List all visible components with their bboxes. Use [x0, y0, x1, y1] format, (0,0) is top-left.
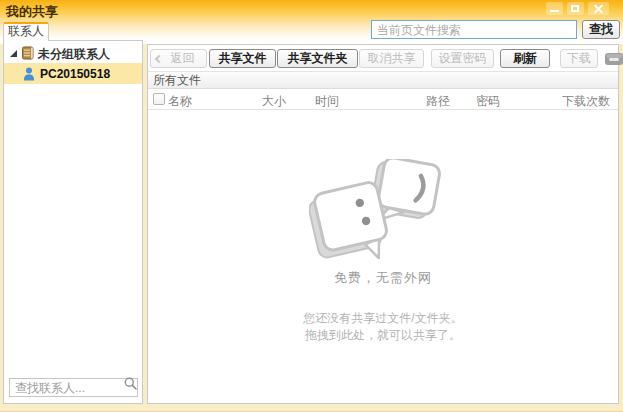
expand-arrow-icon[interactable] [10, 50, 17, 57]
find-button[interactable]: 查找 [582, 20, 620, 39]
share-folder-button[interactable]: 共享文件夹 [277, 49, 358, 68]
minimize-icon [550, 10, 559, 12]
column-header-time[interactable]: 时间 [315, 93, 339, 110]
select-all-checkbox[interactable] [153, 93, 165, 105]
contacts-sidebar: 未分组联系人 PC20150518 [3, 40, 143, 404]
column-header-password[interactable]: 密码 [476, 93, 500, 110]
share-file-button[interactable]: 共享文件 [209, 49, 276, 68]
column-header-name[interactable]: 名称 [168, 93, 192, 110]
close-button[interactable] [588, 2, 609, 15]
chevron-left-icon [155, 55, 163, 63]
back-button[interactable]: 返回 [150, 49, 207, 68]
set-password-button[interactable]: 设置密码 [431, 49, 494, 68]
tab-contacts[interactable]: 联系人 [3, 22, 49, 41]
breadcrumb: 所有文件 [148, 71, 618, 89]
column-header-size[interactable]: 大小 [262, 93, 286, 110]
file-search-input[interactable] [371, 20, 577, 39]
tree-item-label: 未分组联系人 [38, 46, 110, 63]
tree-item-pc20150518[interactable]: PC20150518 [4, 63, 142, 84]
contact-search-input[interactable] [9, 378, 138, 397]
column-header-path[interactable]: 路径 [426, 93, 450, 110]
cancel-share-button[interactable]: 取消共享 [359, 49, 424, 68]
tree-item-ungrouped-contacts[interactable]: 未分组联系人 [4, 43, 142, 63]
tree-item-label: PC20150518 [40, 67, 110, 81]
empty-state-illustration [309, 159, 459, 273]
app-window: 我的共享 查找 联系人 未分组联系人 [0, 0, 623, 412]
file-table-header: 名称 大小 时间 路径 密码 下载次数 [148, 89, 618, 110]
maximize-icon [571, 5, 579, 12]
empty-state-hint-line2: 拖拽到此处，就可以共享了。 [148, 327, 618, 344]
share-panel: 返回 共享文件 共享文件夹 取消共享 设置密码 刷新 下载 所有文件 名称 大小… [147, 44, 619, 404]
maximize-button[interactable] [567, 2, 584, 15]
empty-state-hint-line1: 您还没有共享过文件/文件夹。 [148, 310, 618, 327]
inbox-tray-icon[interactable] [604, 51, 623, 71]
contact-person-icon [23, 67, 35, 85]
download-button[interactable]: 下载 [560, 49, 598, 68]
column-header-downloads[interactable]: 下载次数 [562, 93, 610, 110]
window-title: 我的共享 [6, 3, 58, 21]
refresh-button[interactable]: 刷新 [500, 49, 550, 68]
search-icon [124, 376, 137, 394]
empty-state-caption: 免费，无需外网 [148, 269, 618, 287]
minimize-button[interactable] [546, 2, 563, 15]
address-book-icon [21, 46, 35, 64]
